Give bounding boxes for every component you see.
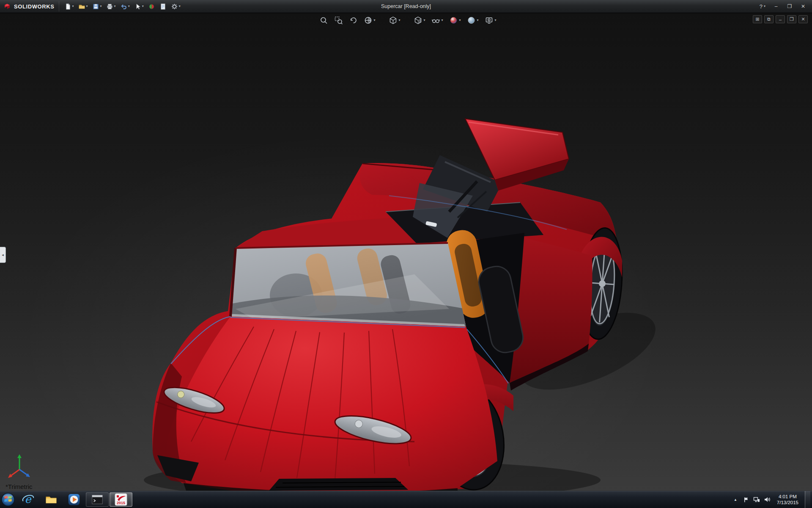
caret-icon: ▾ — [72, 5, 74, 8]
caret-icon: ▾ — [128, 5, 130, 8]
apply-scene-button[interactable]: ▾ — [466, 15, 480, 25]
taskbar-apps: e — [17, 491, 133, 508]
titlebar-toolbar: ▾ ▾ ▾ — [59, 1, 182, 11]
zoom-to-fit-icon — [319, 16, 328, 25]
appearance-ball-icon — [450, 16, 458, 25]
open-document-button[interactable]: ▾ — [77, 1, 90, 11]
view-settings-icon — [485, 16, 494, 25]
options-gear-icon — [171, 3, 178, 10]
solidworks-window: SOLIDWORKS ▾ ▾ — [0, 0, 812, 508]
new-document-button[interactable]: ▾ — [63, 1, 76, 11]
print-button[interactable]: ▾ — [104, 1, 118, 11]
save-icon — [92, 3, 99, 10]
section-view-icon — [364, 16, 372, 25]
supercar-model[interactable] — [0, 13, 812, 491]
network-status-button[interactable] — [753, 496, 760, 503]
rebuild-icon — [148, 3, 155, 10]
doc-close-icon: ✕ — [801, 17, 805, 22]
window-title: Supercar [Read-only] — [381, 3, 431, 9]
solidworks-logo-icon — [3, 2, 12, 11]
network-icon — [753, 496, 760, 503]
rebuild-button[interactable] — [146, 1, 157, 11]
previous-view-button[interactable] — [348, 15, 359, 25]
doc-restore-button[interactable]: ❐ — [787, 15, 796, 23]
scene-ball-icon — [467, 16, 476, 25]
undo-button[interactable]: ▾ — [118, 1, 132, 11]
clock-date: 7/13/2015 — [777, 500, 798, 505]
file-properties-button[interactable] — [158, 1, 168, 11]
window-controls: ? ▾ – ❐ ✕ — [756, 2, 812, 11]
3d-viewport[interactable]: ▾ ▾ ▾ ▾ — [0, 13, 812, 491]
doc-tile-button[interactable]: ⊞ — [753, 15, 762, 23]
file-properties-icon — [159, 3, 167, 10]
cascade-icon: ⧉ — [767, 17, 771, 22]
document-window-controls: ⊞ ⧉ – ❐ ✕ — [753, 15, 808, 23]
volume-button[interactable] — [764, 496, 771, 503]
start-button[interactable] — [0, 491, 16, 508]
collapse-arrow-icon: ◂ — [2, 253, 4, 257]
taskbar-command-window[interactable] — [86, 492, 109, 507]
doc-minimize-icon: – — [779, 17, 782, 22]
display-style-button[interactable]: ▾ — [412, 15, 426, 25]
caret-icon: ▾ — [179, 5, 181, 8]
caret-icon: ▾ — [373, 19, 375, 22]
caret-icon: ▾ — [441, 19, 443, 22]
windows-start-icon — [1, 492, 15, 507]
solidworks-2015-icon: 2015 — [114, 493, 128, 506]
doc-minimize-button[interactable]: – — [776, 15, 785, 23]
edit-appearance-button[interactable]: ▾ — [448, 15, 462, 25]
zoom-to-area-button[interactable] — [333, 15, 344, 25]
zoom-to-fit-button[interactable] — [318, 15, 329, 25]
taskbar-media-player[interactable] — [63, 491, 85, 508]
view-settings-button[interactable]: ▾ — [484, 15, 498, 25]
hide-show-items-button[interactable]: ▾ — [430, 15, 444, 25]
display-style-icon — [414, 16, 422, 25]
doc-cascade-button[interactable]: ⧉ — [764, 15, 774, 23]
help-button[interactable]: ? ▾ — [756, 3, 769, 10]
tile-icon: ⊞ — [755, 17, 759, 22]
clock-time: 4:01 PM — [777, 494, 798, 500]
caret-icon: ▾ — [398, 19, 400, 22]
view-orientation-button[interactable]: ▾ — [387, 15, 401, 25]
caret-icon: ▾ — [477, 19, 479, 22]
caret-icon: ▾ — [764, 5, 765, 8]
maximize-icon: ❐ — [787, 3, 792, 9]
close-icon: ✕ — [801, 3, 805, 9]
app-logo: SOLIDWORKS — [0, 2, 59, 11]
taskbar-file-explorer[interactable] — [40, 491, 62, 508]
options-button[interactable]: ▾ — [169, 1, 182, 11]
zoom-to-area-icon — [334, 16, 343, 25]
maximize-button[interactable]: ❐ — [783, 2, 796, 11]
flag-icon — [743, 497, 749, 503]
doc-restore-icon: ❐ — [790, 17, 794, 22]
media-player-icon — [68, 493, 80, 506]
close-button[interactable]: ✕ — [797, 2, 809, 11]
view-orientation-label: *Trimetric — [5, 483, 33, 490]
doc-close-button[interactable]: ✕ — [798, 15, 808, 23]
windshield — [228, 240, 472, 330]
heads-up-view-toolbar: ▾ ▾ ▾ ▾ — [314, 15, 497, 25]
taskbar-internet-explorer[interactable]: e — [17, 491, 39, 508]
taskbar-solidworks-2015[interactable]: 2015 — [110, 492, 132, 507]
help-icon: ? — [760, 3, 763, 10]
title-bar: SOLIDWORKS ▾ ▾ — [0, 0, 812, 13]
internet-explorer-icon: e — [22, 493, 35, 506]
tray-expand-button[interactable]: ▲ — [732, 497, 739, 503]
view-orientation-cube-icon — [389, 16, 397, 25]
open-folder-icon — [78, 3, 85, 10]
feature-manager-collapse-tab[interactable]: ◂ — [0, 247, 6, 263]
select-tool-button[interactable]: ▾ — [132, 1, 145, 11]
show-desktop-button[interactable] — [805, 491, 810, 508]
undo-icon — [120, 3, 127, 10]
folder-icon — [45, 493, 58, 506]
action-center-button[interactable] — [743, 497, 749, 503]
caret-icon: ▾ — [459, 19, 461, 22]
print-icon — [106, 3, 113, 10]
taskbar-clock[interactable]: 4:01 PM 7/13/2015 — [774, 494, 801, 505]
minimize-button[interactable]: – — [770, 2, 782, 11]
caret-icon: ▾ — [114, 5, 116, 8]
section-view-button[interactable]: ▾ — [362, 15, 376, 25]
previous-view-icon — [349, 16, 357, 25]
system-tray: ▲ 4:01 PM — [732, 491, 812, 508]
save-button[interactable]: ▾ — [91, 1, 104, 11]
